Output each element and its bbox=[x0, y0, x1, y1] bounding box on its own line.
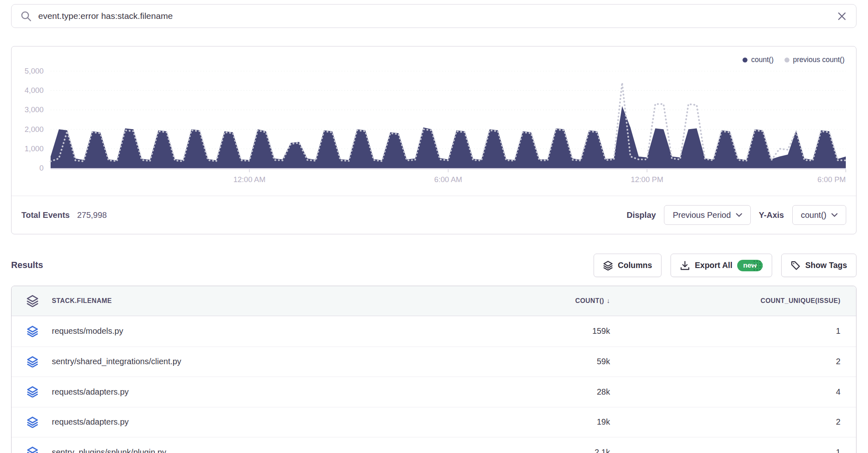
stack-filename-cell: sentry_plugins/splunk/plugin.py bbox=[47, 448, 478, 453]
display-dropdown[interactable]: Previous Period bbox=[664, 205, 750, 225]
search-bar[interactable]: event.type:error has:stack.filename bbox=[11, 4, 856, 28]
count-cell: 2.1k bbox=[478, 448, 610, 453]
svg-text:5,000: 5,000 bbox=[25, 67, 44, 75]
count-cell: 159k bbox=[478, 326, 610, 336]
svg-text:12:00 AM: 12:00 AM bbox=[233, 175, 265, 184]
y-axis-label: Y-Axis bbox=[759, 210, 784, 220]
download-icon bbox=[680, 261, 690, 270]
count-header-label: COUNT() bbox=[575, 297, 604, 304]
display-label: Display bbox=[627, 210, 656, 220]
tag-icon bbox=[791, 261, 801, 270]
chart-footer: Total Events 275,998 Display Previous Pe… bbox=[12, 196, 856, 234]
legend-item-previous-count[interactable]: previous count() bbox=[784, 55, 845, 64]
y-axis-dropdown-value: count() bbox=[801, 210, 826, 220]
clear-search-icon[interactable] bbox=[837, 11, 847, 21]
column-header-count-unique-issue[interactable]: COUNT_UNIQUE(ISSUE) bbox=[610, 297, 840, 305]
show-tags-button-label: Show Tags bbox=[805, 261, 847, 270]
svg-text:6:00 AM: 6:00 AM bbox=[434, 175, 462, 184]
legend-item-count[interactable]: count() bbox=[743, 55, 773, 64]
count-unique-cell: 4 bbox=[610, 387, 840, 397]
svg-text:4,000: 4,000 bbox=[25, 86, 44, 95]
chevron-down-icon bbox=[831, 213, 838, 217]
svg-text:6:00 PM: 6:00 PM bbox=[817, 175, 846, 184]
sort-desc-arrow-icon: ↓ bbox=[607, 297, 610, 304]
events-chart-panel: count() previous count() 01,0002,0003,00… bbox=[11, 46, 856, 234]
svg-text:12:00 PM: 12:00 PM bbox=[631, 175, 663, 184]
export-all-button-label: Export All bbox=[695, 261, 732, 270]
table-body: requests/models.py 159k 1 sentry/shared_… bbox=[12, 316, 856, 453]
results-heading: Results bbox=[11, 260, 43, 270]
svg-text:2,000: 2,000 bbox=[25, 125, 44, 134]
layers-icon[interactable] bbox=[18, 386, 47, 398]
svg-text:0: 0 bbox=[39, 164, 44, 172]
stack-filename-cell: sentry/shared_integrations/client.py bbox=[47, 357, 478, 366]
previous-count-legend-dot bbox=[784, 58, 789, 62]
count-cell: 59k bbox=[478, 357, 610, 366]
export-all-button[interactable]: Export All new bbox=[671, 254, 772, 277]
table-row[interactable]: sentry/shared_integrations/client.py 59k… bbox=[12, 347, 856, 377]
svg-text:1,000: 1,000 bbox=[25, 144, 44, 153]
column-header-stack-filename[interactable]: STACK.FILENAME bbox=[47, 297, 478, 305]
count-unique-cell: 2 bbox=[610, 417, 840, 427]
count-unique-cell: 2 bbox=[610, 357, 840, 366]
layers-icon[interactable] bbox=[18, 416, 47, 428]
stack-filename-cell: requests/adapters.py bbox=[47, 387, 478, 397]
count-unique-cell: 1 bbox=[610, 448, 840, 453]
layers-icon[interactable] bbox=[18, 326, 47, 337]
layers-icon[interactable] bbox=[18, 356, 47, 367]
layers-icon[interactable] bbox=[18, 295, 47, 307]
stack-filename-cell: requests/models.py bbox=[47, 326, 478, 336]
search-icon bbox=[21, 11, 32, 22]
count-unique-cell: 1 bbox=[610, 326, 840, 336]
show-tags-button[interactable]: Show Tags bbox=[781, 254, 856, 277]
svg-text:3,000: 3,000 bbox=[25, 105, 44, 114]
layers-icon[interactable] bbox=[18, 446, 47, 453]
total-events-label: Total Events bbox=[21, 210, 70, 220]
legend-label: count() bbox=[751, 55, 773, 64]
new-badge: new bbox=[737, 260, 762, 271]
results-table: STACK.FILENAME COUNT()↓ COUNT_UNIQUE(ISS… bbox=[11, 286, 856, 453]
total-events-value: 275,998 bbox=[77, 210, 107, 220]
table-row[interactable]: requests/models.py 159k 1 bbox=[12, 316, 856, 347]
layers-icon bbox=[603, 261, 613, 270]
search-input[interactable]: event.type:error has:stack.filename bbox=[38, 11, 830, 21]
count-legend-dot bbox=[743, 58, 747, 62]
results-header-row: Results Columns Export All new bbox=[11, 254, 856, 277]
stack-filename-cell: requests/adapters.py bbox=[47, 417, 478, 427]
chart-legend: count() previous count() bbox=[743, 55, 845, 64]
table-row[interactable]: sentry_plugins/splunk/plugin.py 2.1k 1 bbox=[12, 437, 856, 453]
columns-button-label: Columns bbox=[618, 261, 652, 270]
legend-label: previous count() bbox=[793, 55, 845, 64]
table-row[interactable]: requests/adapters.py 19k 2 bbox=[12, 407, 856, 437]
count-cell: 28k bbox=[478, 387, 610, 397]
y-axis-dropdown[interactable]: count() bbox=[792, 205, 846, 225]
count-cell: 19k bbox=[478, 417, 610, 427]
chevron-down-icon bbox=[736, 213, 742, 217]
table-row[interactable]: requests/adapters.py 28k 4 bbox=[12, 377, 856, 407]
columns-button[interactable]: Columns bbox=[594, 254, 661, 277]
column-header-count[interactable]: COUNT()↓ bbox=[478, 297, 610, 305]
events-area-chart: 01,0002,0003,0004,0005,00012:00 AM6:00 A… bbox=[12, 46, 856, 188]
display-dropdown-value: Previous Period bbox=[673, 210, 731, 220]
table-header-row: STACK.FILENAME COUNT()↓ COUNT_UNIQUE(ISS… bbox=[12, 286, 856, 316]
